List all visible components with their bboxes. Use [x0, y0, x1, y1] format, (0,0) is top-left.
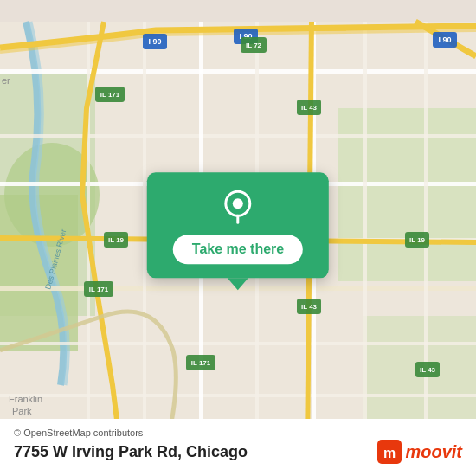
svg-rect-7 [0, 134, 476, 138]
moovit-brand-text: moovit [405, 442, 462, 462]
svg-rect-18 [363, 22, 367, 454]
svg-rect-12 [0, 394, 476, 397]
svg-text:IL 43: IL 43 [301, 303, 318, 311]
svg-rect-11 [0, 342, 476, 345]
map-attribution: © OpenStreetMap contributors [14, 428, 462, 438]
svg-text:Franklin: Franklin [9, 394, 42, 404]
svg-text:m: m [383, 446, 396, 460]
svg-rect-6 [0, 69, 476, 74]
location-pin-icon [219, 188, 257, 226]
map-container: I 90 I 90 I 90 IL 72 IL 171 IL 171 IL 17… [0, 0, 476, 476]
svg-text:IL 72: IL 72 [246, 42, 262, 49]
svg-text:IL 171: IL 171 [191, 359, 211, 367]
address-text: 7755 W Irving Park Rd, Chicago [14, 443, 248, 461]
svg-text:er: er [2, 75, 10, 86]
svg-text:IL 19: IL 19 [409, 236, 426, 244]
svg-point-51 [233, 198, 243, 209]
popup-card: Take me there [147, 172, 329, 278]
svg-text:IL 43: IL 43 [420, 366, 436, 374]
svg-text:IL 171: IL 171 [100, 91, 120, 99]
svg-text:IL 171: IL 171 [89, 286, 109, 293]
svg-text:IL 19: IL 19 [108, 236, 125, 244]
moovit-logo: m moovit [377, 440, 462, 464]
bottom-bar: © OpenStreetMap contributors 7755 W Irvi… [0, 419, 476, 476]
svg-text:Park: Park [12, 406, 32, 416]
svg-text:IL 43: IL 43 [301, 104, 318, 112]
svg-text:I 90: I 90 [148, 37, 161, 46]
moovit-brand-icon: m [377, 440, 402, 464]
svg-text:I 90: I 90 [438, 35, 451, 44]
take-me-there-button[interactable]: Take me there [173, 235, 303, 264]
